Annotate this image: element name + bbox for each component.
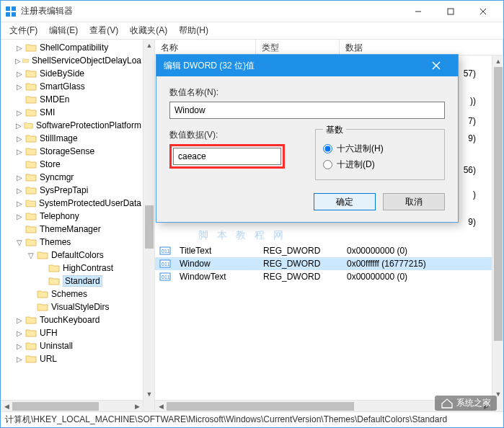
tree-item-label: Telephony xyxy=(40,211,79,221)
col-type[interactable]: 类型 xyxy=(256,40,340,55)
expander-icon[interactable] xyxy=(38,277,47,285)
menu-help[interactable]: 帮助(H) xyxy=(173,23,214,38)
statusbar: 计算机\HKEY_LOCAL_MACHINE\SOFTWARE\Microsof… xyxy=(1,411,503,427)
expander-icon[interactable]: ▷ xyxy=(15,108,24,117)
expander-icon[interactable] xyxy=(15,95,24,104)
radix-dec-radio[interactable] xyxy=(323,160,332,169)
tree-pane[interactable]: ▷ShellCompatibility▷ShellServiceObjectDe… xyxy=(1,40,155,411)
tree-item-label: Schemes xyxy=(51,289,87,299)
radix-hex-radio[interactable] xyxy=(323,144,332,153)
col-name[interactable]: 名称 xyxy=(155,40,256,55)
col-data[interactable]: 数据 xyxy=(340,40,503,55)
house-icon xyxy=(441,398,454,409)
expander-icon[interactable]: ▷ xyxy=(15,134,24,143)
tree-item[interactable]: ▷SideBySide xyxy=(1,67,141,80)
name-input[interactable] xyxy=(169,102,445,119)
expander-icon[interactable]: ▷ xyxy=(15,69,24,78)
svg-rect-0 xyxy=(6,6,10,11)
dialog-title: 编辑 DWORD (32 位)值 xyxy=(164,60,422,72)
data-label: 数值数据(V): xyxy=(169,129,302,141)
cell-data: 0x00ffffff (16777215) xyxy=(341,259,492,269)
tree-item-label: StorageSense xyxy=(40,146,94,156)
cell-data: 0x00000000 (0) xyxy=(341,246,492,256)
expander-icon[interactable]: ▷ xyxy=(15,329,24,337)
expander-icon[interactable] xyxy=(27,303,35,311)
tree-item[interactable]: ▷ShellServiceObjectDelayLoa xyxy=(1,54,141,67)
cell-name: WindowText xyxy=(174,272,257,282)
menu-favorites[interactable]: 收藏夹(A) xyxy=(124,23,173,38)
expander-icon[interactable]: ▽ xyxy=(27,251,35,259)
menu-edit[interactable]: 编辑(E) xyxy=(43,23,84,38)
tree-item-label: SoftwareProtectionPlatform xyxy=(36,120,141,130)
tree-item-label: HighContrast xyxy=(63,263,113,273)
expander-icon[interactable] xyxy=(27,290,35,298)
tree-item[interactable]: ▷TouchKeyboard xyxy=(1,313,141,326)
radix-fieldset: 基数 十六进制(H) 十进制(D) xyxy=(315,129,445,180)
radix-dec-option[interactable]: 十进制(D) xyxy=(323,156,437,172)
highlight-box xyxy=(169,144,285,169)
tree-item[interactable]: VisualStyleDirs xyxy=(1,300,141,313)
data-input[interactable] xyxy=(173,148,281,165)
expander-icon[interactable]: ▷ xyxy=(15,121,22,130)
menu-view[interactable]: 查看(V) xyxy=(84,23,124,38)
list-row[interactable]: 011WindowREG_DWORD0x00ffffff (16777215) xyxy=(155,257,492,270)
tree-scrollbar-h[interactable]: ◀ ▶ xyxy=(1,400,143,411)
tree-item[interactable]: ThemeManager xyxy=(1,223,141,236)
tree-item[interactable]: Standard xyxy=(1,275,141,287)
tree-item[interactable]: Store xyxy=(1,158,141,171)
tree-item[interactable]: ▷SystemProtectedUserData xyxy=(1,197,141,210)
expander-icon[interactable]: ▽ xyxy=(15,238,24,246)
cell-type: REG_DWORD xyxy=(257,259,341,269)
list-row[interactable]: 011WindowTextREG_DWORD0x00000000 (0) xyxy=(155,270,492,283)
expander-icon[interactable] xyxy=(15,160,24,169)
tree-item[interactable]: Schemes xyxy=(1,287,141,300)
tree-item[interactable]: ▷SmartGlass xyxy=(1,80,141,93)
tree-item[interactable]: ▷StorageSense xyxy=(1,145,141,158)
tree-item[interactable]: ▷URL xyxy=(1,352,141,365)
tree-item-label: StillImage xyxy=(40,133,78,143)
tree-scrollbar-v[interactable]: ▲ ▼ xyxy=(143,40,154,411)
expander-icon[interactable]: ▷ xyxy=(15,82,24,91)
cancel-button[interactable]: 取消 xyxy=(383,193,445,210)
ok-button[interactable]: 确定 xyxy=(314,193,376,210)
tree-item[interactable]: ▷Telephony xyxy=(1,210,141,223)
tree-item[interactable]: ▽DefaultColors xyxy=(1,249,141,262)
tree-item[interactable]: ▷SoftwareProtectionPlatform xyxy=(1,119,141,132)
menu-file[interactable]: 文件(F) xyxy=(4,23,43,38)
expander-icon[interactable]: ▷ xyxy=(15,173,24,182)
tree-item[interactable]: ▷Uninstall xyxy=(1,339,141,352)
expander-icon[interactable]: ▷ xyxy=(15,56,21,65)
list-row[interactable]: 011TitleTextREG_DWORD0x00000000 (0) xyxy=(155,244,492,257)
dialog-close-button[interactable] xyxy=(422,55,451,76)
expander-icon[interactable]: ▷ xyxy=(15,212,24,220)
expander-icon[interactable]: ▷ xyxy=(15,342,24,350)
expander-icon[interactable]: ▷ xyxy=(15,147,24,156)
close-button[interactable] xyxy=(467,1,499,22)
tree-item[interactable]: ▽Themes xyxy=(1,236,141,249)
expander-icon[interactable]: ▷ xyxy=(15,199,24,208)
list-scrollbar-v[interactable]: ▲ ▼ xyxy=(492,55,503,411)
tree-item[interactable]: ▷SMI xyxy=(1,106,141,119)
maximize-button[interactable] xyxy=(434,1,467,22)
expander-icon[interactable]: ▷ xyxy=(15,43,24,52)
radix-hex-option[interactable]: 十六进制(H) xyxy=(323,141,437,156)
dialog-titlebar: 编辑 DWORD (32 位)值 xyxy=(156,55,458,76)
minimize-button[interactable] xyxy=(402,1,434,22)
expander-icon[interactable]: ▷ xyxy=(15,316,24,324)
tree-item[interactable]: SMDEn xyxy=(1,93,141,106)
expander-icon[interactable]: ▷ xyxy=(15,186,24,195)
tree-item[interactable]: ▷ShellCompatibility xyxy=(1,41,141,54)
window-controls xyxy=(402,1,499,22)
expander-icon[interactable]: ▷ xyxy=(15,355,24,363)
expander-icon[interactable] xyxy=(15,225,24,233)
tree-item[interactable]: ▷Syncmgr xyxy=(1,171,141,184)
tree-item[interactable]: ▷SysPrepTapi xyxy=(1,184,141,197)
expander-icon[interactable] xyxy=(38,264,47,272)
tree-item-label: Standard xyxy=(63,275,102,287)
dialog-body: 数值名称(N): 数值数据(V): 基数 十六进制(H) xyxy=(156,76,458,222)
tree-item[interactable]: ▷StillImage xyxy=(1,132,141,145)
tree-item-label: SMI xyxy=(40,107,55,117)
tree-item-label: TouchKeyboard xyxy=(40,315,100,325)
tree-item[interactable]: HighContrast xyxy=(1,262,141,275)
tree-item[interactable]: ▷UFH xyxy=(1,326,141,339)
